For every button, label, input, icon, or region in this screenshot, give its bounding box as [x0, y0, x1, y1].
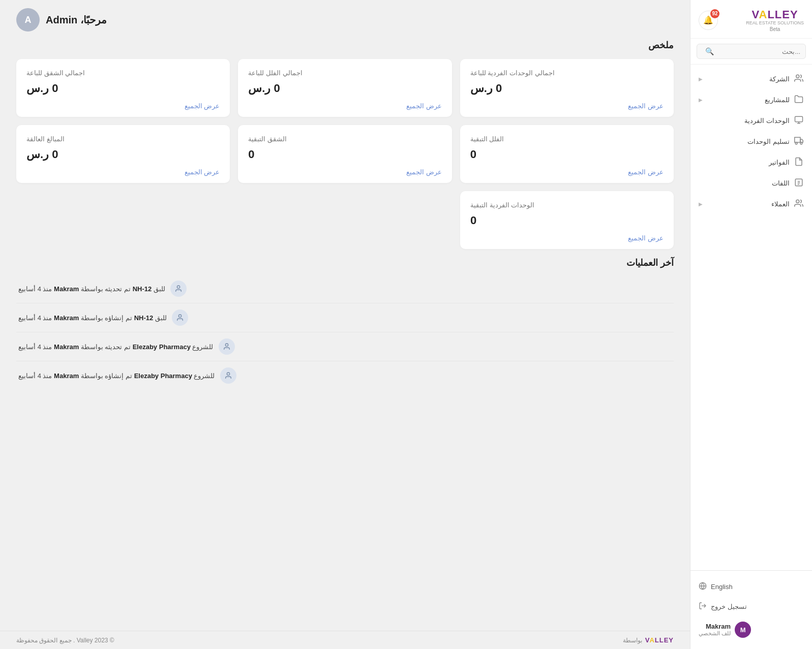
search-box: 🔍: [690, 39, 812, 65]
sidebar: 🔔 92 VALLEY REAL ESTATE SOLUTIONS Beta 🔍…: [690, 0, 812, 649]
svg-point-10: [177, 286, 179, 288]
card-title-villas-sale: اجمالي الفلل للباعة: [248, 69, 302, 77]
chevron-right-icon-clients: ▶: [699, 201, 703, 207]
user-info: Makram للف الشخصي M: [690, 616, 812, 643]
card-value-remaining-individual-units: 0: [470, 214, 476, 227]
sidebar-item-label-unit-delivery: تسليم الوحدات: [747, 138, 790, 145]
sidebar-item-clients[interactable]: ▶ العملاء: [690, 194, 812, 214]
card-remaining-apartments: الشقق التبقية 0 عرض الجميع: [238, 125, 452, 183]
chevron-placeholder-2: ▶: [699, 139, 703, 144]
search-input-wrap[interactable]: 🔍: [697, 44, 806, 59]
card-link-remaining-individual-units[interactable]: عرض الجميع: [628, 234, 664, 242]
svg-point-4: [795, 142, 797, 144]
logo-subtitle: REAL ESTATE SOLUTIONS: [746, 20, 804, 25]
card-total-villas-sale: اجمالي الفلل للباعة 0 ر.س عرض الجميع: [238, 59, 452, 117]
card-value-remaining-apartments: 0: [248, 148, 254, 161]
card-remaining-villas: الفلل التبقية 0 عرض الجميع: [460, 125, 674, 183]
op-item-4: للشروع Elezaby Pharmacy تم إنشاؤه بواسطة…: [16, 361, 674, 390]
translate-icon: [699, 582, 707, 592]
main-content: مرحبًا، Admin A ملخص اجمالي الوحدات الفر…: [0, 0, 690, 649]
footer-logo-area: VALLEY بواسطة: [623, 636, 674, 644]
user-avatar-small: M: [735, 622, 751, 638]
card-total-revenue: المبالغ العالقة 0 ر.س عرض الجميع: [16, 125, 230, 183]
invoice-icon: [794, 157, 804, 168]
language-switcher[interactable]: English: [690, 577, 812, 597]
card-title-remaining-villas: الفلل التبقية: [470, 135, 504, 143]
card-value-individual-units-sale: 0 ر.س: [470, 82, 502, 95]
nav-item-left-3: الوحدات الفردية: [744, 115, 804, 126]
footer-logout-left: تسجيل خروج: [699, 602, 747, 611]
recent-ops-section: آخر العمليات للبق NH-12 تم تحديثه بواسطة…: [16, 257, 674, 390]
chevron-placeholder-4: ▶: [699, 180, 703, 186]
footer-language-left: English: [699, 582, 733, 592]
svg-point-13: [227, 373, 229, 375]
valley-logo: VALLEY: [751, 8, 798, 21]
topbar-user: مرحبًا، Admin A: [16, 8, 107, 32]
projects-icon: [794, 95, 804, 105]
sidebar-item-individual-units[interactable]: ▶ الوحدات الفردية: [690, 110, 812, 131]
op-item-2: للبق NH-12 تم إنشاؤه بواسطة Makram منذ 4…: [16, 303, 674, 332]
chevron-placeholder-3: ▶: [699, 160, 703, 165]
nav-item-left-7: العملاء: [771, 199, 804, 209]
card-link-villas-sale[interactable]: عرض الجميع: [406, 102, 442, 110]
card-link-remaining-villas[interactable]: عرض الجميع: [628, 168, 664, 176]
sidebar-item-company[interactable]: ▶ الشركة: [690, 69, 812, 89]
files-icon: [794, 178, 804, 189]
card-title-remaining-individual-units: الوحدات الفردية التبقية: [470, 201, 534, 209]
nav-item-left-4: تسليم الوحدات: [747, 136, 804, 147]
sidebar-item-label-company: الشركة: [769, 75, 790, 83]
svg-rect-2: [795, 137, 800, 142]
card-value-villas-sale: 0 ر.س: [248, 82, 280, 95]
logo-text: VALLEY: [751, 8, 798, 21]
svg-marker-3: [800, 139, 803, 142]
op-avatar-4: [220, 367, 236, 384]
sidebar-item-unit-delivery[interactable]: ▶ تسليم الوحدات: [690, 131, 812, 152]
op-text-4: للشروع Elezaby Pharmacy تم إنشاؤه بواسطة…: [18, 372, 215, 380]
delivery-icon: [794, 136, 804, 147]
topbar: مرحبًا، Admin A: [0, 0, 690, 40]
logout-button[interactable]: تسجيل خروج: [690, 597, 812, 616]
summary-title: ملخص: [16, 40, 674, 51]
card-link-remaining-apartments[interactable]: عرض الجميع: [406, 168, 442, 176]
powered-by-label: بواسطة: [623, 637, 642, 644]
op-text-3: للشروع Elezaby Pharmacy تم تحديثه بواسطة…: [18, 343, 214, 351]
op-avatar-2: [172, 310, 188, 326]
op-avatar-1: [170, 281, 187, 297]
card-title-individual-units-sale: اجمالي الوحدات الفردية للباعة: [470, 69, 555, 77]
footer-logo-text: VALLEY: [645, 636, 674, 644]
recent-ops-title: آخر العمليات: [16, 257, 674, 268]
topbar-avatar[interactable]: A: [16, 8, 40, 32]
clients-icon: [794, 199, 804, 209]
notification-bell[interactable]: 🔔 92: [699, 11, 718, 30]
svg-rect-1: [795, 116, 803, 122]
svg-point-12: [225, 344, 228, 346]
card-link-apartments-sale[interactable]: عرض الجميع: [185, 102, 220, 110]
language-label: English: [711, 583, 733, 591]
footer-copyright: © Valley 2023 . جميع الحقوق محفوظة: [16, 637, 114, 644]
logout-label: تسجيل خروج: [711, 603, 747, 610]
op-item-3: للشروع Elezaby Pharmacy تم تحديثه بواسطة…: [16, 332, 674, 361]
cards-row-1: اجمالي الوحدات الفردية للباعة 0 ر.س عرض …: [16, 59, 674, 117]
svg-point-7: [796, 200, 799, 203]
beta-badge: Beta: [770, 26, 780, 32]
card-link-individual-units-sale[interactable]: عرض الجميع: [628, 102, 664, 110]
chevron-right-icon: ▶: [699, 76, 703, 82]
card-link-revenue[interactable]: عرض الجميع: [185, 168, 220, 176]
search-input[interactable]: [714, 48, 800, 55]
chevron-placeholder-1: ▶: [699, 118, 703, 123]
sidebar-item-invoices[interactable]: ▶ الفواتير: [690, 152, 812, 173]
svg-point-0: [796, 75, 799, 78]
page-footer: VALLEY بواسطة © Valley 2023 . جميع الحقو…: [0, 631, 690, 649]
sidebar-item-projects[interactable]: ▶ للمشاريع: [690, 89, 812, 110]
user-display-name: Makram: [706, 623, 731, 630]
card-title-revenue: المبالغ العالقة: [26, 135, 65, 143]
card-value-remaining-villas: 0: [470, 148, 476, 161]
logout-icon: [699, 602, 707, 611]
sidebar-item-files[interactable]: ▶ اللفات: [690, 173, 812, 194]
op-avatar-3: [219, 338, 235, 355]
cards-row-2: الفلل التبقية 0 عرض الجميع الشقق التبقية…: [16, 125, 674, 183]
cards-row-3: الوحدات الفردية التبقية 0 عرض الجميع: [16, 191, 674, 249]
card-total-individual-units-sale: اجمالي الوحدات الفردية للباعة 0 ر.س عرض …: [460, 59, 674, 117]
logo-area: 🔔 92 VALLEY REAL ESTATE SOLUTIONS Beta: [699, 8, 804, 32]
card-title-remaining-apartments: الشقق التبقية: [248, 135, 287, 143]
